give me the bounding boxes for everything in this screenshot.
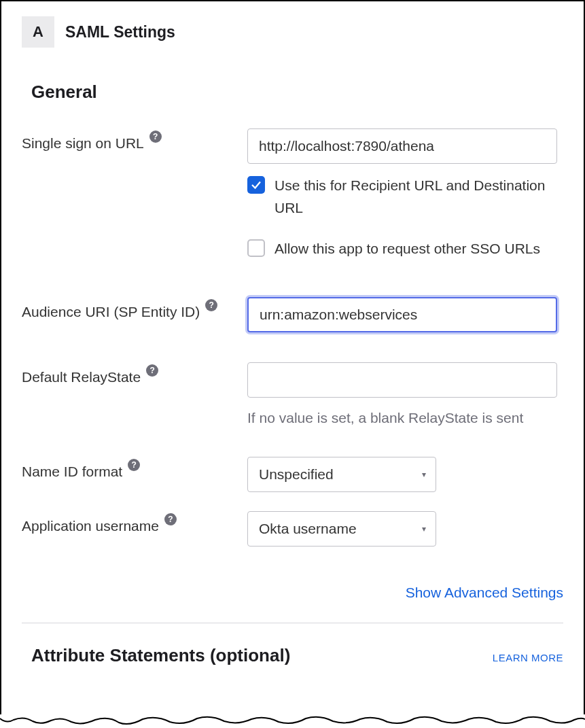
header-row: A SAML Settings [22, 16, 563, 48]
learn-more-link[interactable]: LEARN MORE [493, 652, 563, 663]
attribute-statements-title: Attribute Statements (optional) [31, 645, 290, 666]
chevron-down-icon: ▾ [422, 470, 426, 479]
app-username-label: Application username ? [22, 511, 247, 537]
allow-other-sso-checkbox[interactable] [247, 239, 265, 257]
page-title: SAML Settings [65, 23, 175, 41]
attribute-statements-header: Attribute Statements (optional) LEARN MO… [31, 645, 563, 666]
default-relaystate-row: Default RelayState ? If no value is set,… [22, 362, 563, 429]
allow-other-sso-checkbox-label: Allow this app to request other SSO URLs [274, 238, 540, 260]
audience-uri-label: Audience URI (SP Entity ID) ? [22, 297, 247, 323]
app-username-row: Application username ? Okta username ▾ [22, 511, 563, 547]
audience-uri-input[interactable] [247, 297, 557, 332]
app-username-select[interactable]: Okta username ▾ [247, 511, 436, 547]
help-icon[interactable]: ? [205, 299, 217, 311]
chevron-down-icon: ▾ [422, 524, 426, 534]
check-icon [250, 179, 262, 191]
help-icon[interactable]: ? [149, 131, 162, 143]
section-divider [22, 623, 563, 623]
name-id-format-label: Name ID format ? [22, 457, 247, 483]
sso-url-label-text: Single sign on URL [22, 133, 144, 154]
name-id-format-row: Name ID format ? Unspecified ▾ [22, 457, 563, 492]
audience-uri-label-text: Audience URI (SP Entity ID) [22, 301, 200, 323]
name-id-format-select[interactable]: Unspecified ▾ [247, 457, 436, 492]
recipient-url-checkbox[interactable] [247, 176, 265, 194]
recipient-url-checkbox-label: Use this for Recipient URL and Destinati… [274, 175, 563, 219]
general-section-title: General [31, 82, 563, 103]
sso-url-label: Single sign on URL ? [22, 128, 247, 154]
name-id-format-label-text: Name ID format [22, 461, 122, 483]
step-badge: A [22, 16, 54, 48]
sso-url-row: Single sign on URL ? Use this for Recipi… [22, 128, 563, 279]
default-relaystate-label-text: Default RelayState [22, 366, 141, 388]
sso-url-input[interactable] [247, 128, 557, 164]
default-relaystate-help-text: If no value is set, a blank RelayState i… [247, 407, 557, 429]
default-relaystate-input[interactable] [247, 362, 557, 398]
app-username-label-text: Application username [22, 515, 159, 537]
help-icon[interactable]: ? [128, 459, 140, 471]
help-icon[interactable]: ? [146, 364, 158, 377]
torn-edge-decoration [0, 714, 585, 728]
saml-settings-container: A SAML Settings General Single sign on U… [0, 0, 585, 728]
audience-uri-row: Audience URI (SP Entity ID) ? [22, 297, 563, 332]
show-advanced-settings-link[interactable]: Show Advanced Settings [22, 585, 563, 601]
app-username-value: Okta username [259, 521, 357, 537]
name-id-format-value: Unspecified [259, 466, 334, 483]
default-relaystate-label: Default RelayState ? [22, 362, 247, 388]
help-icon[interactable]: ? [164, 513, 177, 525]
